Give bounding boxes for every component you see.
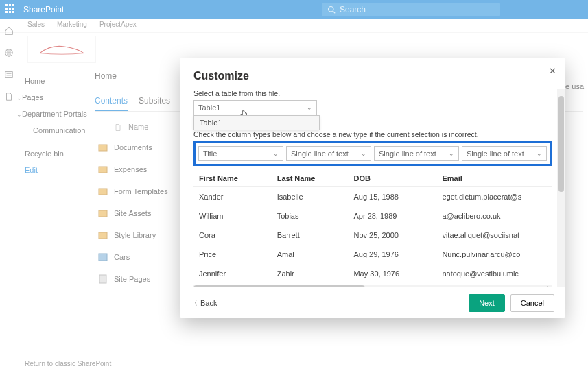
cancel-button[interactable]: Cancel	[510, 294, 554, 312]
table-row: XanderIsabelleAug 15, 1988eget.dictum.pl…	[193, 187, 552, 207]
chevron-down-icon: ⌄	[537, 150, 542, 157]
chevron-down-icon: ⌄	[449, 150, 454, 157]
col-header: DOB	[348, 170, 436, 187]
scrollbar-thumb[interactable]	[558, 96, 564, 192]
column-type-select-1[interactable]: Single line of text⌄	[286, 146, 371, 161]
chevron-down-icon: ⌄	[273, 150, 279, 157]
select-table-label: Select a table from this file.	[193, 89, 552, 97]
preview-table: First Name Last Name DOB Email XanderIsa…	[193, 170, 552, 287]
col-header: Last Name	[272, 170, 349, 187]
instruction-text: Check the column types below and choose …	[193, 130, 552, 139]
column-type-select-2[interactable]: Single line of text⌄	[374, 146, 459, 161]
coltype-value: Title	[203, 149, 217, 158]
horizontal-scrollbar[interactable]: ▸	[193, 285, 552, 287]
chevron-down-icon: ⌄	[307, 104, 312, 111]
table-row: PriceAmalAug 29, 1976Nunc.pulvinar.arcu@…	[193, 245, 552, 264]
chevron-down-icon: ⌄	[361, 150, 366, 157]
close-button[interactable]: ✕	[546, 64, 558, 77]
scrollbar-thumb[interactable]	[193, 285, 365, 287]
scroll-right-arrow-icon[interactable]: ▸	[547, 284, 550, 287]
dialog-footer: 〈 Back Next Cancel	[180, 287, 565, 318]
column-type-row: Title⌄ Single line of text⌄ Single line …	[193, 141, 552, 166]
back-button[interactable]: 〈 Back	[191, 298, 217, 308]
column-type-select-0[interactable]: Title⌄	[198, 146, 283, 161]
table-row: CoraBarrettNov 25, 2000vitae.aliquet@soc…	[193, 226, 552, 245]
table-select-value: Table1	[198, 104, 220, 112]
col-header: Email	[436, 170, 552, 187]
table-select[interactable]: Table1 ⌄	[193, 100, 317, 115]
vertical-scrollbar[interactable]	[557, 89, 565, 287]
table-row: WilliamTobiasApr 28, 1989a@aclibero.co.u…	[193, 206, 552, 226]
table-select-option[interactable]: Table1	[193, 115, 320, 130]
next-button[interactable]: Next	[469, 294, 505, 312]
coltype-value: Single line of text	[291, 149, 349, 158]
back-label: Back	[200, 299, 217, 307]
col-header: First Name	[193, 170, 272, 187]
coltype-value: Single line of text	[467, 149, 524, 158]
coltype-value: Single line of text	[379, 149, 436, 158]
column-type-select-3[interactable]: Single line of text⌄	[462, 146, 547, 161]
table-row: JenniferZahirMay 30, 1976natoque@vestibu…	[193, 264, 552, 283]
dialog-title: Customize	[180, 58, 565, 89]
customize-dialog: ✕ Customize Select a table from this fil…	[180, 58, 565, 318]
table-option-label: Table1	[200, 119, 222, 127]
chevron-left-icon: 〈	[191, 298, 198, 308]
